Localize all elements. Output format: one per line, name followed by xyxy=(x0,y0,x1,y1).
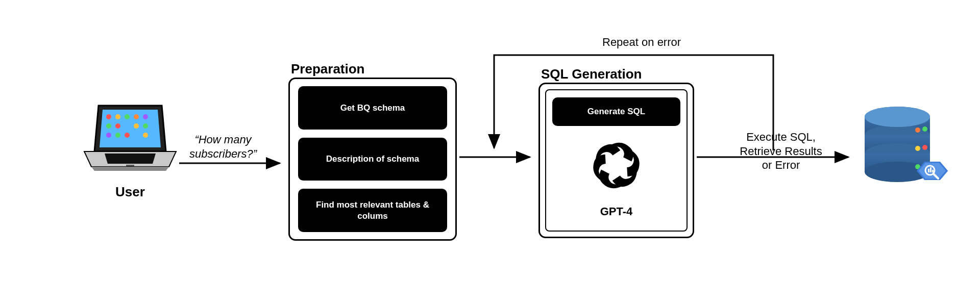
svg-rect-39 xyxy=(928,169,929,172)
diagram-canvas: User “How many subscribers?” Preparation… xyxy=(0,0,980,306)
database-icon xyxy=(856,105,948,201)
database-block xyxy=(856,105,948,203)
user-query-text: “How many subscribers?” xyxy=(169,133,277,161)
openai-logo-icon xyxy=(582,131,651,200)
prep-step-describe-schema: Description of schema xyxy=(298,138,447,181)
laptop-icon xyxy=(79,105,181,176)
svg-point-8 xyxy=(115,123,120,129)
svg-point-32 xyxy=(922,145,927,150)
svg-point-31 xyxy=(915,146,920,151)
svg-marker-19 xyxy=(105,154,156,164)
sql-generation-box: Generate SQL xyxy=(538,83,694,238)
user-block: User xyxy=(79,105,181,200)
execute-sql-label: Execute SQL,Retrieve Resultsor Error xyxy=(715,130,847,172)
svg-point-10 xyxy=(134,123,139,129)
svg-point-5 xyxy=(134,114,139,119)
prep-step-get-schema: Get BQ schema xyxy=(298,86,447,130)
gpt4-label: GPT-4 xyxy=(600,205,633,218)
user-label: User xyxy=(79,184,181,200)
repeat-on-error-label: Repeat on error xyxy=(602,36,681,49)
svg-point-6 xyxy=(143,114,148,119)
svg-point-7 xyxy=(106,123,111,129)
svg-rect-40 xyxy=(930,167,932,172)
svg-point-12 xyxy=(106,133,111,138)
svg-point-13 xyxy=(115,133,120,138)
svg-point-16 xyxy=(143,133,148,138)
sql-generation-title: SQL Generation xyxy=(541,66,642,82)
svg-rect-20 xyxy=(126,165,134,166)
svg-point-30 xyxy=(922,126,927,132)
svg-point-2 xyxy=(106,114,111,119)
svg-point-15 xyxy=(134,133,139,138)
svg-rect-41 xyxy=(932,170,934,172)
svg-point-28 xyxy=(865,107,930,127)
svg-point-4 xyxy=(125,114,130,119)
svg-point-11 xyxy=(143,123,148,129)
prep-step-find-tables: Find most relevant tables & colums xyxy=(298,189,447,232)
svg-point-3 xyxy=(115,114,120,119)
preparation-title: Preparation xyxy=(291,61,365,77)
preparation-box: Get BQ schema Description of schema Find… xyxy=(288,78,457,241)
generate-sql-step: Generate SQL xyxy=(552,97,680,126)
svg-point-9 xyxy=(125,123,130,129)
svg-marker-18 xyxy=(91,167,169,171)
svg-point-29 xyxy=(915,128,920,133)
svg-point-14 xyxy=(125,133,130,138)
sql-generation-inner: Generate SQL xyxy=(545,89,688,232)
